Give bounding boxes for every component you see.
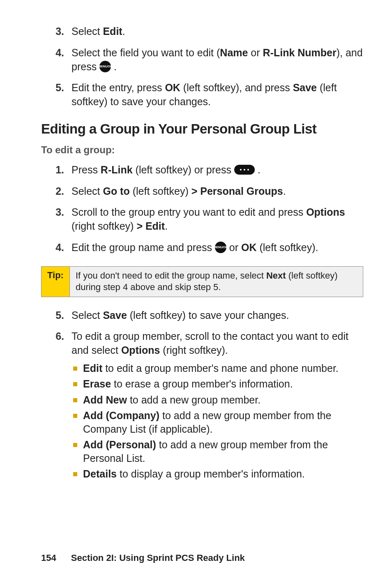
page-footer: 154 Section 2I: Using Sprint PCS Ready L… — [41, 553, 245, 563]
section-heading: Editing a Group in Your Personal Group L… — [41, 121, 363, 137]
step-text: Select the field you want to edit (Name … — [71, 46, 363, 74]
bullet-item: Edit to edit a group member's name and p… — [71, 362, 363, 375]
step-number: 6. — [41, 330, 71, 483]
instruction-list-mid: 1. Press R-Link (left softkey) or press … — [41, 163, 363, 255]
instruction-item: 1. Press R-Link (left softkey) or press … — [41, 163, 363, 177]
bullet-item: Add (Personal) to add a new group member… — [71, 438, 363, 465]
instruction-item: 3. Select Edit. — [41, 25, 363, 39]
rlink-button-icon: ••• — [234, 165, 255, 175]
step-text: To edit a group member, scroll to the co… — [71, 330, 363, 483]
step-text: Select Save (left softkey) to save your … — [71, 309, 363, 323]
step-number: 3. — [41, 205, 71, 233]
step-number: 2. — [41, 184, 71, 198]
instruction-item: 5. Select Save (left softkey) to save yo… — [41, 309, 363, 323]
instruction-item: 5. Edit the entry, press OK (left softke… — [41, 81, 363, 109]
step-text: Edit the group name and press MENUOK or … — [71, 241, 363, 255]
instruction-list-lower: 5. Select Save (left softkey) to save yo… — [41, 309, 363, 483]
step-number: 4. — [41, 46, 71, 74]
section-label: Section 2I: Using Sprint PCS Ready Link — [71, 553, 245, 563]
step-text: Press R-Link (left softkey) or press •••… — [71, 163, 363, 177]
instruction-item: 4. Edit the group name and press MENUOK … — [41, 241, 363, 255]
instruction-item: 3. Scroll to the group entry you want to… — [41, 205, 363, 233]
step-number: 4. — [41, 241, 71, 255]
menu-ok-icon: MENUOK — [99, 61, 111, 72]
step-text: Select Go to (left softkey) > Personal G… — [71, 184, 363, 198]
bullet-item: Details to display a group member's info… — [71, 467, 363, 481]
page-number: 154 — [41, 553, 56, 563]
instruction-item: 2. Select Go to (left softkey) > Persona… — [41, 184, 363, 198]
tip-label: Tip: — [42, 267, 70, 297]
instruction-list-top: 3. Select Edit. 4. Select the field you … — [41, 25, 363, 109]
instruction-item: 4. Select the field you want to edit (Na… — [41, 46, 363, 74]
subheading: To edit a group: — [41, 144, 363, 156]
instruction-item: 6. To edit a group member, scroll to the… — [41, 330, 363, 483]
tip-box: Tip: If you don't need to edit the group… — [41, 266, 363, 297]
step-text: Scroll to the group entry you want to ed… — [71, 205, 363, 233]
options-bullets: Edit to edit a group member's name and p… — [71, 362, 363, 481]
step-number: 5. — [41, 81, 71, 109]
page: 3. Select Edit. 4. Select the field you … — [0, 0, 392, 588]
step-text: Select Edit. — [71, 25, 363, 39]
bullet-item: Erase to erase a group member's informat… — [71, 377, 363, 391]
step-number: 3. — [41, 25, 71, 39]
step-text: Edit the entry, press OK (left softkey),… — [71, 81, 363, 109]
bullet-item: Add (Company) to add a new group member … — [71, 409, 363, 436]
bullet-item: Add New to add a new group member. — [71, 393, 363, 407]
tip-body: If you don't need to edit the group name… — [70, 267, 363, 297]
menu-ok-icon: MENUOK — [215, 242, 226, 253]
step-number: 1. — [41, 163, 71, 177]
step-number: 5. — [41, 309, 71, 323]
